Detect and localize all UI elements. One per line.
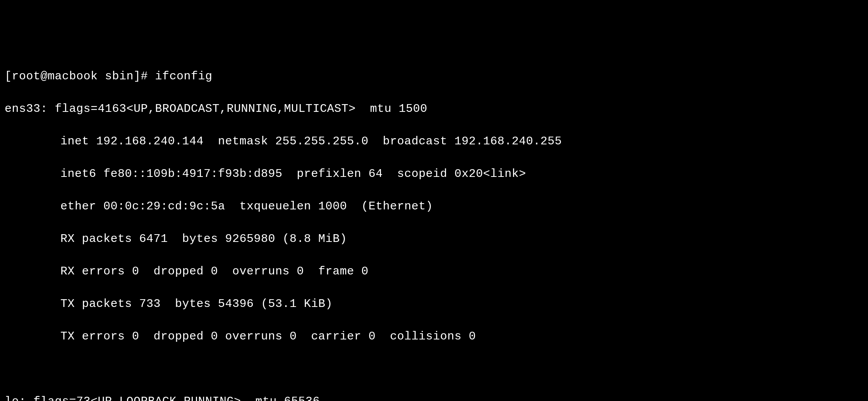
iface-ens33-rx-packets: RX packets 6471 bytes 9265980 (8.8 MiB)	[5, 231, 863, 247]
blank-line	[5, 361, 863, 377]
iface-ens33-inet6: inet6 fe80::109b:4917:f93b:d895 prefixle…	[5, 166, 863, 182]
shell-prompt-line[interactable]: [root@macbook sbin]# ifconfig	[5, 68, 863, 84]
iface-ens33-header: ens33: flags=4163<UP,BROADCAST,RUNNING,M…	[5, 101, 863, 117]
iface-lo-header: lo: flags=73<UP,LOOPBACK,RUNNING> mtu 65…	[5, 393, 863, 401]
iface-ens33-tx-packets: TX packets 733 bytes 54396 (53.1 KiB)	[5, 296, 863, 312]
iface-ens33-inet: inet 192.168.240.144 netmask 255.255.255…	[5, 133, 863, 149]
iface-ens33-ether: ether 00:0c:29:cd:9c:5a txqueuelen 1000 …	[5, 198, 863, 214]
iface-ens33-tx-errors: TX errors 0 dropped 0 overruns 0 carrier…	[5, 328, 863, 344]
iface-ens33-rx-errors: RX errors 0 dropped 0 overruns 0 frame 0	[5, 263, 863, 279]
